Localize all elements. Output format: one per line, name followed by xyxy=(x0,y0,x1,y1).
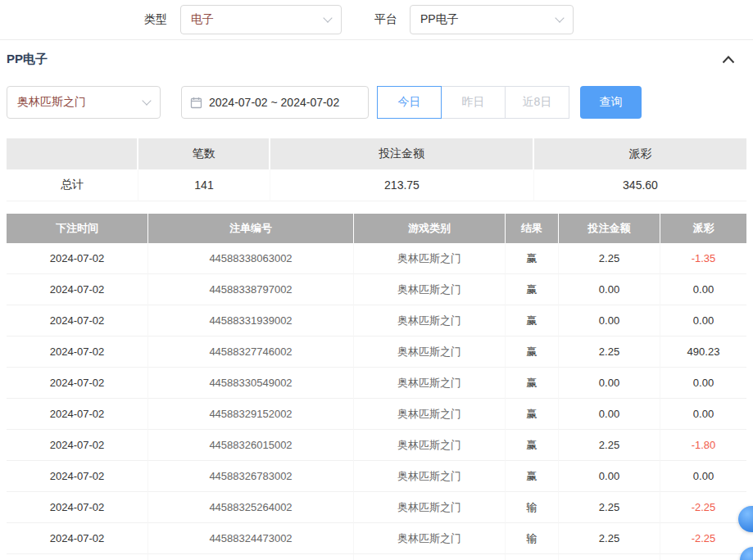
platform-select-value: PP电子 xyxy=(420,12,459,27)
quick-date-button[interactable]: 近8日 xyxy=(505,86,569,119)
summary-total-row: 总计 141 213.75 345.60 xyxy=(7,169,746,201)
summary-header-payout: 派彩 xyxy=(534,138,746,169)
cell-bet-amount: 2.25 xyxy=(559,492,660,523)
cell-payout: -2.25 xyxy=(660,492,746,523)
cell-bet-id: 44588338797002 xyxy=(148,274,354,305)
table-row: 2024-07-0244588330549002奥林匹斯之门赢0.000.00 xyxy=(7,368,746,399)
cell-bet-time: 2024-07-02 xyxy=(7,243,148,274)
cell-bet-amount: 0.00 xyxy=(559,399,660,430)
cell-bet-time: 2024-07-02 xyxy=(7,305,148,336)
column-header: 下注时间 xyxy=(7,214,148,243)
quick-date-button[interactable]: 昨日 xyxy=(441,86,506,119)
summary-count-value: 141 xyxy=(138,169,270,201)
cell-bet-amount: 0.00 xyxy=(559,368,660,399)
table-row: 2024-07-0244588331939002奥林匹斯之门赢0.000.00 xyxy=(7,305,746,336)
cell-bet-id: 44588330549002 xyxy=(148,368,354,399)
cell-bet-time: 2024-07-02 xyxy=(7,368,148,399)
cell-game-type: 奥林匹斯之门 xyxy=(354,305,506,336)
section-title: PP电子 xyxy=(7,52,48,67)
cell-game-type: 奥林匹斯之门 xyxy=(354,368,506,399)
cell-game-type: 奥林匹斯之门 xyxy=(354,336,506,368)
type-select-value: 电子 xyxy=(191,12,214,27)
summary-header-empty xyxy=(7,138,138,169)
cell-bet-amount: 2.25 xyxy=(559,336,660,368)
column-header: 游戏类别 xyxy=(354,214,506,243)
quick-date-button[interactable]: 今日 xyxy=(377,86,442,119)
cell-bet-id: 44588324473002 xyxy=(148,523,354,554)
table-row-partial xyxy=(7,554,746,560)
cell-bet-id: 44588331939002 xyxy=(148,305,354,336)
cell-payout: -1.80 xyxy=(660,430,746,461)
cell-result: 赢 xyxy=(506,336,559,368)
table-row: 2024-07-0244588325264002奥林匹斯之门输2.25-2.25 xyxy=(7,492,746,523)
cell-game-type: 奥林匹斯之门 xyxy=(354,274,506,305)
summary-total-label: 总计 xyxy=(7,169,138,201)
platform-select[interactable]: PP电子 xyxy=(410,5,574,34)
cell-bet-time: 2024-07-02 xyxy=(7,399,148,430)
summary-table: 笔数 投注金额 派彩 总计 141 213.75 345.60 xyxy=(7,138,746,201)
cell-result: 赢 xyxy=(506,305,559,336)
quick-date-button-group: 今日昨日近8日 xyxy=(377,86,569,119)
top-filter-bar: 类型 电子 平台 PP电子 xyxy=(0,0,753,40)
cell-payout: -2.25 xyxy=(660,523,746,554)
cell-game-type: 奥林匹斯之门 xyxy=(354,523,506,554)
cell-bet-id: 44588326783002 xyxy=(148,461,354,492)
cell-bet-time: 2024-07-02 xyxy=(7,336,148,368)
query-filter-row: 奥林匹斯之门 2024-07-02 ~ 2024-07-02 今日昨日近8日 查… xyxy=(0,79,753,119)
summary-payout-value: 345.60 xyxy=(534,169,746,201)
cell-payout: -1.35 xyxy=(660,243,746,274)
cell-bet-time: 2024-07-02 xyxy=(7,461,148,492)
game-select[interactable]: 奥林匹斯之门 xyxy=(7,86,161,119)
cell-game-type: 奥林匹斯之门 xyxy=(354,399,506,430)
platform-label: 平台 xyxy=(374,12,397,27)
cell-bet-id: 44588327746002 xyxy=(148,336,354,368)
cell-result: 赢 xyxy=(506,461,559,492)
type-select[interactable]: 电子 xyxy=(180,5,342,34)
summary-bet-amount-value: 213.75 xyxy=(270,169,534,201)
cell-bet-id: 44588326015002 xyxy=(148,430,354,461)
table-row: 2024-07-0244588326783002奥林匹斯之门赢0.000.00 xyxy=(7,461,746,492)
chevron-down-icon xyxy=(323,13,332,22)
cell-bet-time: 2024-07-02 xyxy=(7,492,148,523)
cell-game-type: 奥林匹斯之门 xyxy=(354,430,506,461)
cell-bet-id: 44588338063002 xyxy=(148,243,354,274)
cell-payout: 0.00 xyxy=(660,274,746,305)
summary-header-row: 笔数 投注金额 派彩 xyxy=(7,138,746,169)
column-header: 投注金额 xyxy=(559,214,660,243)
cell-payout: 0.00 xyxy=(660,305,746,336)
table-row: 2024-07-0244588327746002奥林匹斯之门赢2.25490.2… xyxy=(7,336,746,368)
table-row: 2024-07-0244588338797002奥林匹斯之门赢0.000.00 xyxy=(7,274,746,305)
table-row: 2024-07-0244588338063002奥林匹斯之门赢2.25-1.35 xyxy=(7,243,746,274)
cell-bet-amount: 0.00 xyxy=(559,274,660,305)
cell-result: 赢 xyxy=(506,243,559,274)
column-header: 派彩 xyxy=(660,214,746,243)
collapse-button[interactable] xyxy=(722,55,735,64)
date-range-value: 2024-07-02 ~ 2024-07-02 xyxy=(209,96,339,109)
cell-bet-amount: 2.25 xyxy=(559,430,660,461)
cell-bet-amount: 2.25 xyxy=(559,523,660,554)
cell-result: 输 xyxy=(506,523,559,554)
game-select-value: 奥林匹斯之门 xyxy=(17,95,86,110)
calendar-icon xyxy=(190,97,202,109)
cell-bet-amount: 0.00 xyxy=(559,461,660,492)
cell-game-type: 奥林匹斯之门 xyxy=(354,492,506,523)
cell-payout: 490.23 xyxy=(660,336,746,368)
cell-result: 赢 xyxy=(506,368,559,399)
cell-result: 赢 xyxy=(506,274,559,305)
table-body: 2024-07-0244588338063002奥林匹斯之门赢2.25-1.35… xyxy=(7,243,746,554)
date-range-picker[interactable]: 2024-07-02 ~ 2024-07-02 xyxy=(181,86,369,119)
table-header-row: 下注时间注单编号游戏类别结果投注金额派彩 xyxy=(7,214,746,243)
cell-payout: 0.00 xyxy=(660,399,746,430)
cell-bet-id: 44588325264002 xyxy=(148,492,354,523)
cell-bet-id: 44588329152002 xyxy=(148,399,354,430)
cell-bet-time: 2024-07-02 xyxy=(7,430,148,461)
summary-header-bet-amount: 投注金额 xyxy=(270,138,534,169)
search-button[interactable]: 查询 xyxy=(580,86,642,119)
cell-payout: 0.00 xyxy=(660,461,746,492)
table-row: 2024-07-0244588326015002奥林匹斯之门赢2.25-1.80 xyxy=(7,430,746,461)
table-row: 2024-07-0244588324473002奥林匹斯之门输2.25-2.25 xyxy=(7,523,746,554)
bets-table: 下注时间注单编号游戏类别结果投注金额派彩 2024-07-02445883380… xyxy=(7,214,746,560)
cell-result: 赢 xyxy=(506,399,559,430)
column-header: 结果 xyxy=(506,214,559,243)
cell-bet-time: 2024-07-02 xyxy=(7,274,148,305)
